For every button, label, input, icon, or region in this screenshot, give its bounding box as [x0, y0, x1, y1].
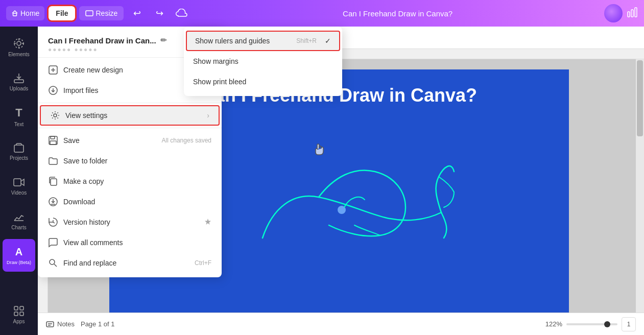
redo-button[interactable]: ↪ — [150, 4, 169, 22]
copy-icon — [48, 176, 58, 186]
menu-item-view-settings[interactable]: View settings › — [40, 105, 220, 126]
gear-icon — [50, 110, 60, 121]
sidebar-item-uploads[interactable]: Uploads — [3, 65, 35, 98]
save-folder-label: Save to folder — [63, 157, 107, 165]
menu-item-view-comments[interactable]: View all comments — [38, 232, 222, 253]
svg-rect-12 — [20, 306, 23, 310]
zoom-controls: 122% 1 — [545, 317, 636, 331]
menu-item-save[interactable]: Save All changes saved — [38, 130, 222, 151]
find-icon — [48, 258, 58, 268]
zoom-value: 122% — [545, 320, 562, 328]
left-sidebar: Elements Uploads T Text Projects — [0, 27, 38, 335]
svg-rect-29 — [50, 141, 56, 145]
submenu-item-show-margins[interactable]: Show margins — [184, 51, 342, 71]
version-history-badge — [204, 218, 211, 227]
text-icon: T — [15, 106, 22, 119]
show-rulers-label: Show rulers and guides — [195, 37, 270, 45]
uploads-label: Uploads — [10, 86, 29, 91]
cloud-save-button[interactable] — [173, 4, 191, 22]
svg-rect-2 — [628, 12, 630, 17]
download-icon — [48, 197, 58, 207]
submenu-item-show-rulers[interactable]: Show rulers and guides Shift+R ✓ — [186, 31, 340, 51]
svg-rect-28 — [51, 136, 55, 139]
find-replace-label: Find and replace — [63, 259, 116, 267]
view-comments-label: View all comments — [63, 238, 123, 247]
redo-icon: ↪ — [156, 8, 163, 19]
menu-item-find-replace[interactable]: Find and replace Ctrl+F — [38, 253, 222, 273]
svg-rect-0 — [13, 13, 17, 16]
create-new-label: Create new design — [63, 66, 123, 74]
resize-label: Resize — [96, 9, 117, 17]
svg-rect-8 — [14, 145, 23, 152]
svg-rect-14 — [20, 312, 23, 316]
draw-label: Draw (Beta) — [7, 260, 31, 265]
file-label: File — [56, 9, 68, 17]
folder-icon — [48, 156, 58, 166]
edit-title-icon[interactable]: ✏ — [160, 36, 167, 45]
document-title: Can I Freehand Draw in Canva? — [195, 9, 600, 18]
svg-line-36 — [54, 264, 57, 267]
elements-label: Elements — [8, 52, 30, 57]
svg-rect-9 — [14, 179, 21, 186]
notes-button[interactable]: Notes — [46, 320, 75, 328]
svg-rect-30 — [51, 179, 57, 185]
file-button[interactable]: File — [49, 6, 75, 20]
download-label: Download — [63, 198, 95, 206]
text-label: Text — [14, 122, 23, 127]
save-shortcut: All changes saved — [162, 137, 211, 144]
bottom-bar: Notes Page 1 of 1 122% 1 — [38, 313, 644, 335]
home-button[interactable]: Home — [6, 6, 44, 20]
zoom-slider[interactable] — [566, 323, 617, 325]
show-margins-label: Show margins — [193, 57, 238, 65]
svg-rect-7 — [14, 80, 23, 83]
submenu-item-show-print-bleed[interactable]: Show print bleed — [184, 71, 342, 92]
zoom-thumb[interactable] — [604, 321, 610, 327]
file-menu-title-text: Can I Freehand Draw in Can... — [48, 36, 156, 45]
svg-point-5 — [17, 41, 21, 45]
svg-point-26 — [54, 114, 57, 117]
version-history-label: Version history — [63, 218, 110, 226]
sidebar-item-charts[interactable]: Charts — [3, 204, 35, 237]
home-label: Home — [20, 9, 39, 17]
svg-rect-3 — [631, 10, 633, 17]
svg-rect-4 — [635, 8, 637, 17]
svg-rect-13 — [14, 312, 18, 316]
save-label: Save — [63, 136, 80, 145]
menu-item-save-folder[interactable]: Save to folder — [38, 151, 222, 171]
notes-label: Notes — [57, 320, 75, 328]
resize-button[interactable]: Resize — [79, 6, 124, 20]
analytics-icon[interactable] — [627, 7, 638, 20]
page-number-box[interactable]: 1 — [622, 317, 636, 331]
menu-item-download[interactable]: Download — [38, 192, 222, 212]
sidebar-item-apps[interactable]: Apps — [3, 298, 35, 331]
menu-divider-1 — [38, 103, 222, 103]
sidebar-item-draw[interactable]: A Draw (Beta) — [3, 239, 35, 272]
view-submenu: Show rulers and guides Shift+R ✓ Show ma… — [184, 27, 342, 96]
comment-icon — [48, 237, 58, 248]
sidebar-item-text[interactable]: T Text — [3, 100, 35, 133]
menu-item-make-copy[interactable]: Make a copy — [38, 171, 222, 192]
page-info: Page 1 of 1 — [81, 320, 115, 328]
sidebar-item-projects[interactable]: Projects — [3, 135, 35, 167]
plus-icon — [48, 65, 58, 75]
charts-label: Charts — [11, 225, 26, 230]
menu-divider-2 — [38, 128, 222, 128]
page-number: 1 — [627, 321, 631, 328]
apps-label: Apps — [13, 319, 25, 324]
subtitle-dots: ●●●●● ●●●●● — [48, 46, 98, 53]
undo-button[interactable]: ↩ — [128, 4, 146, 22]
user-avatar[interactable] — [604, 4, 623, 22]
show-rulers-check: ✓ — [325, 37, 331, 45]
make-copy-label: Make a copy — [63, 177, 104, 185]
sidebar-item-elements[interactable]: Elements — [3, 31, 35, 63]
undo-icon: ↩ — [133, 8, 141, 19]
svg-point-35 — [50, 259, 55, 265]
view-settings-label: View settings — [65, 111, 107, 119]
canvas-right-scroll[interactable] — [636, 59, 644, 313]
sidebar-item-videos[interactable]: Videos — [3, 170, 35, 202]
draw-icon: A — [15, 246, 22, 258]
menu-item-version-history[interactable]: Version history — [38, 212, 222, 232]
svg-rect-11 — [14, 306, 18, 310]
history-icon — [48, 217, 58, 227]
arrow-icon: › — [207, 111, 209, 119]
